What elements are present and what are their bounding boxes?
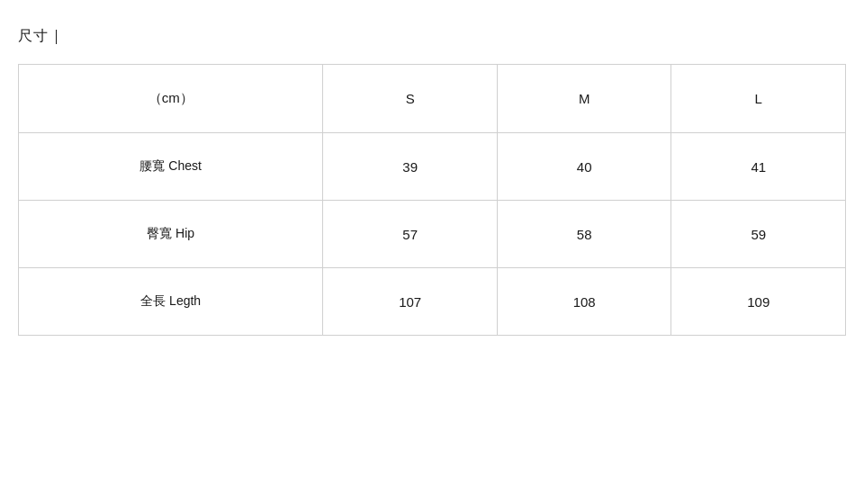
unit-header: （cm） — [19, 65, 323, 133]
chest-m-value: 40 — [497, 133, 671, 201]
hip-s-value: 57 — [323, 201, 498, 268]
title-cursor — [56, 30, 57, 44]
table-row: 腰寬 Chest 39 40 41 — [19, 133, 846, 201]
row-label-hip: 臀寬 Hip — [19, 201, 323, 268]
chest-s-value: 39 — [323, 133, 498, 201]
table-row: 臀寬 Hip 57 58 59 — [19, 201, 846, 268]
size-l-header: L — [671, 65, 846, 133]
row-label-length: 全長 Legth — [19, 268, 323, 336]
hip-l-value: 59 — [671, 201, 846, 268]
length-l-value: 109 — [671, 268, 846, 336]
table-header-row: （cm） S M L — [19, 65, 846, 133]
length-s-value: 107 — [323, 268, 498, 336]
hip-m-value: 58 — [497, 201, 671, 268]
chest-l-value: 41 — [671, 133, 846, 201]
size-s-header: S — [323, 65, 498, 133]
size-table: （cm） S M L 腰寬 Chest 39 40 41 臀寬 Hip 57 5… — [18, 64, 846, 336]
length-m-value: 108 — [497, 268, 671, 336]
table-row: 全長 Legth 107 108 109 — [19, 268, 846, 336]
row-label-chest: 腰寬 Chest — [19, 133, 323, 201]
size-m-header: M — [497, 65, 671, 133]
page-title: 尺寸 — [18, 27, 846, 46]
title-text: 尺寸 — [18, 27, 49, 46]
